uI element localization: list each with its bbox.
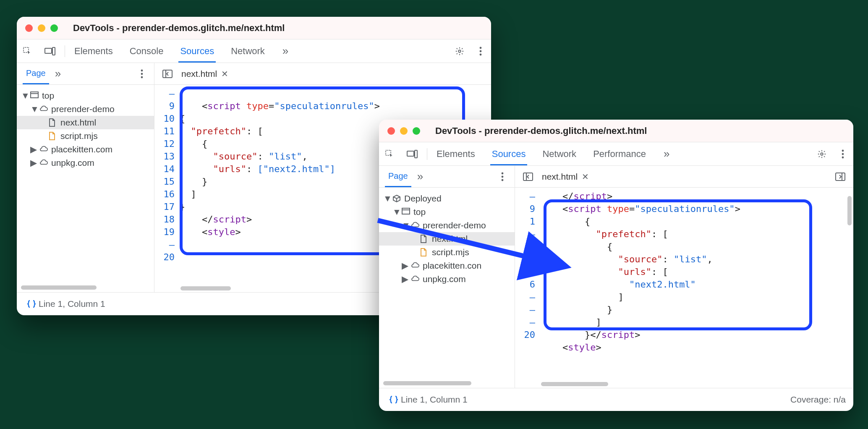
traffic-lights <box>25 24 58 32</box>
svg-point-17 <box>821 153 823 155</box>
svg-rect-24 <box>523 173 533 180</box>
more-tabs-icon[interactable]: » <box>661 147 672 160</box>
cloud-icon <box>411 221 419 230</box>
tree-label: script.mjs <box>432 247 469 257</box>
svg-point-9 <box>141 76 143 78</box>
tab-network[interactable]: Network <box>541 143 578 165</box>
more-page-tabs-icon[interactable]: » <box>415 170 426 183</box>
tab-console[interactable]: Console <box>128 40 165 63</box>
device-toolbar-icon[interactable] <box>403 144 422 164</box>
file-tab[interactable]: next.html ✕ <box>180 69 230 79</box>
svg-point-19 <box>842 153 844 155</box>
window-minimize-icon[interactable] <box>38 24 45 32</box>
tree-item-origin[interactable]: ▶ unpkg.com <box>17 156 154 170</box>
window-close-icon[interactable] <box>25 24 33 32</box>
tree-label: top <box>413 207 426 217</box>
inspect-element-icon[interactable] <box>380 144 399 164</box>
box-icon <box>392 194 401 203</box>
more-tabs-icon[interactable]: » <box>280 44 291 58</box>
tree-item-origin[interactable]: ▼ prerender-demo <box>17 102 154 116</box>
tree-label: unpkg.com <box>423 274 466 284</box>
page-tree[interactable]: ▼ Deployed ▼ top ▼ prerender-demo <box>379 188 515 388</box>
tree-item-file[interactable]: next.html <box>379 232 515 246</box>
svg-point-22 <box>502 175 504 178</box>
tree-item-origin[interactable]: ▼ prerender-demo <box>379 219 515 232</box>
file-tab[interactable]: next.html ✕ <box>540 172 591 182</box>
coverage-label: Coverage: n/a <box>790 395 846 405</box>
tree-item-origin[interactable]: ▶ unpkg.com <box>379 272 515 286</box>
tree-item-file[interactable]: script.mjs <box>17 129 154 143</box>
tree-label: script.mjs <box>60 131 98 141</box>
svg-point-21 <box>502 172 504 174</box>
tab-sources[interactable]: Sources <box>490 143 528 165</box>
pretty-print-icon[interactable] <box>387 390 401 409</box>
scrollbar-vertical[interactable] <box>847 196 852 225</box>
settings-gear-icon[interactable] <box>450 42 469 61</box>
scrollbar-horizontal[interactable] <box>541 382 608 386</box>
source-code: </script> <script type="speculationrules… <box>539 188 853 388</box>
toggle-navigator-icon[interactable] <box>158 64 177 84</box>
inspect-element-icon[interactable] <box>18 42 37 61</box>
svg-point-23 <box>502 179 504 181</box>
cloud-icon <box>411 262 419 270</box>
window-title: DevTools - prerender-demos.glitch.me/nex… <box>435 126 647 136</box>
svg-point-5 <box>480 50 482 52</box>
tree-item-file[interactable]: next.html <box>17 116 154 129</box>
file-icon <box>420 235 429 243</box>
device-toolbar-icon[interactable] <box>40 42 60 61</box>
tree-label: top <box>42 91 54 101</box>
svg-point-8 <box>141 73 143 75</box>
tab-elements[interactable]: Elements <box>73 40 115 63</box>
close-icon[interactable]: ✕ <box>221 69 228 79</box>
window-zoom-icon[interactable] <box>50 24 58 32</box>
svg-rect-2 <box>52 47 55 55</box>
cloud-icon <box>39 145 48 154</box>
tree-label: placekitten.com <box>51 144 112 154</box>
tree-label: prerender-demo <box>51 104 115 114</box>
frame-icon <box>402 208 410 216</box>
source-editor[interactable]: –91–3––6–––20 </script> <script type="sp… <box>515 188 853 388</box>
scrollbar-horizontal[interactable] <box>21 285 97 290</box>
more-page-tabs-icon[interactable]: » <box>52 67 63 80</box>
scrollbar-horizontal[interactable] <box>383 381 471 385</box>
tree-item-file[interactable]: script.mjs <box>379 246 515 259</box>
subbar: Page » next.html ✕ <box>379 166 853 188</box>
kebab-menu-icon[interactable] <box>493 167 512 186</box>
tab-performance[interactable]: Performance <box>591 143 648 165</box>
toggle-navigator-icon[interactable] <box>518 167 538 186</box>
tree-item-top[interactable]: ▼ top <box>17 89 154 102</box>
close-icon[interactable]: ✕ <box>582 172 589 182</box>
file-tab-label: next.html <box>542 172 578 182</box>
kebab-menu-icon[interactable] <box>833 144 852 164</box>
page-tab[interactable]: Page <box>23 63 49 84</box>
window-zoom-icon[interactable] <box>413 127 420 135</box>
tree-item-top[interactable]: ▼ top <box>379 205 515 219</box>
svg-rect-15 <box>407 151 414 156</box>
tab-sources[interactable]: Sources <box>178 40 216 63</box>
toggle-debugger-icon[interactable] <box>831 167 850 186</box>
cloud-icon <box>39 159 48 167</box>
tab-elements[interactable]: Elements <box>435 143 477 165</box>
cloud-icon <box>411 275 419 283</box>
js-file-icon <box>49 132 57 140</box>
tree-label: Deployed <box>404 194 442 204</box>
settings-gear-icon[interactable] <box>812 144 831 164</box>
cloud-icon <box>39 105 48 113</box>
panel-tabs: Elements Console Sources Network » <box>73 40 291 63</box>
scrollbar-horizontal[interactable] <box>180 286 231 290</box>
window-minimize-icon[interactable] <box>400 127 408 135</box>
kebab-menu-icon[interactable] <box>471 42 490 61</box>
page-tree[interactable]: ▼ top ▼ prerender-demo next.html <box>17 85 154 292</box>
window-close-icon[interactable] <box>387 127 395 135</box>
svg-rect-26 <box>836 173 845 180</box>
tab-network[interactable]: Network <box>229 40 267 63</box>
window-title: DevTools - prerender-demos.glitch.me/nex… <box>73 23 285 34</box>
separator <box>65 45 65 57</box>
tree-label: next.html <box>432 234 468 244</box>
page-tab[interactable]: Page <box>385 166 411 187</box>
tree-item-origin[interactable]: ▶ placekitten.com <box>17 143 154 156</box>
tree-item-deployed[interactable]: ▼ Deployed <box>379 192 515 205</box>
pretty-print-icon[interactable] <box>24 294 39 314</box>
tree-item-origin[interactable]: ▶ placekitten.con <box>379 259 515 272</box>
kebab-menu-icon[interactable] <box>132 64 152 84</box>
